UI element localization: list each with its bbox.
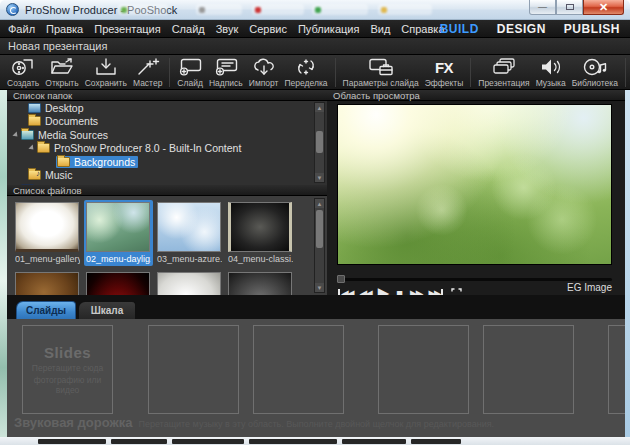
slides-placeholder-hint: фотографию или видео	[23, 375, 112, 395]
desktop-icon	[28, 103, 41, 113]
file-item[interactable]	[155, 270, 224, 295]
folder-tree-item-desktop[interactable]: Desktop	[7, 101, 327, 115]
expand-arrow-icon[interactable]	[28, 145, 35, 152]
menu-help[interactable]: Справка	[401, 23, 444, 35]
taskbar-button[interactable]	[342, 439, 406, 444]
mode-design[interactable]: DESIGN	[497, 22, 546, 36]
toolbar-button-label: Надпись	[209, 78, 243, 88]
workspace-modes: BUILD DESIGN PUBLISH	[440, 20, 620, 38]
mode-publish[interactable]: PUBLISH	[564, 22, 620, 36]
taskbar-button[interactable]	[111, 439, 167, 444]
file-thumbnail[interactable]	[157, 272, 221, 295]
file-thumbnail[interactable]	[86, 272, 150, 295]
file-item[interactable]: 04_menu-classi...	[226, 200, 295, 266]
file-thumbnail[interactable]	[15, 272, 79, 295]
folder-tree-item-music[interactable]: ♪ Music	[7, 169, 327, 183]
slide-slot-placeholder[interactable]	[148, 325, 239, 414]
folder-tree-item-proshow-content[interactable]: ProShow Producer 8.0 - Built-In Content	[7, 142, 327, 156]
toolbar-button-create[interactable]: Создать	[4, 56, 42, 89]
add-caption-icon	[214, 58, 238, 76]
minimize-button[interactable]: —	[529, 0, 556, 15]
taskbar-button[interactable]	[249, 439, 337, 444]
close-button[interactable]: ✕	[583, 0, 624, 15]
toolbar-button-music[interactable]: Музыка	[533, 56, 569, 89]
folder-tree-item-media-sources[interactable]: Media Sources	[7, 128, 327, 142]
expand-arrow-icon[interactable]	[12, 131, 19, 138]
toolbar-button-wizard[interactable]: Мастер	[130, 56, 165, 89]
audio-track-area[interactable]: Звуковая дорожка Перетащите музыку в эту…	[14, 415, 494, 430]
slide-slot-placeholder[interactable]: Slides Перетащите сюда фотографию или ви…	[22, 325, 113, 414]
title-bar[interactable]: ProShow Producer - PooShock — ✕	[0, 0, 630, 20]
toolbar-button-add-caption[interactable]: Надпись	[206, 56, 246, 89]
file-thumbnail[interactable]	[157, 202, 221, 252]
menu-tools[interactable]: Сервис	[249, 23, 287, 35]
tab-slides[interactable]: Слайды	[16, 301, 76, 319]
taskbar-button[interactable]	[172, 439, 244, 444]
menu-publish[interactable]: Публикация	[298, 23, 359, 35]
toolbar-button-save[interactable]: Сохранить	[82, 56, 130, 89]
preview-image	[337, 104, 612, 265]
app-icon	[6, 3, 19, 16]
file-item-selected[interactable]: 02_menu-daylig...	[84, 200, 153, 266]
toolbar-button-import[interactable]: Импорт	[246, 56, 282, 89]
scroll-down-icon[interactable]: ▼	[315, 173, 324, 182]
show-options-icon	[492, 58, 516, 76]
scroll-up-icon[interactable]: ▲	[315, 103, 324, 112]
file-name: 03_menu-azure....	[157, 254, 222, 264]
menu-audio[interactable]: Звук	[216, 23, 239, 35]
file-thumbnail[interactable]	[86, 202, 150, 252]
remake-icon	[294, 58, 318, 76]
toolbar-button-show-options[interactable]: Презентация	[475, 56, 532, 89]
file-thumbnail[interactable]	[15, 202, 79, 252]
toolbar-button-slide-options[interactable]: Параметры слайда	[340, 56, 422, 89]
music-icon	[539, 58, 563, 76]
slide-slot-placeholder[interactable]	[253, 325, 344, 414]
slide-slot-placeholder[interactable]	[483, 325, 574, 414]
toolbar-button-effects[interactable]: FX Эффекты	[422, 56, 467, 89]
menu-show[interactable]: Презентация	[94, 23, 160, 35]
preview-panel-header: Область просмотра	[327, 90, 625, 101]
file-list-scrollbar[interactable]: ▲ ▼	[314, 198, 325, 293]
menu-slide[interactable]: Слайд	[172, 23, 205, 35]
scrubber-handle[interactable]	[337, 275, 345, 283]
slide-list-area[interactable]: Slides Перетащите сюда фотографию или ви…	[0, 319, 630, 437]
folder-label: Media Sources	[38, 129, 108, 141]
preview-scrubber[interactable]	[337, 278, 612, 281]
menu-file[interactable]: Файл	[8, 23, 35, 35]
file-thumbnail[interactable]	[228, 272, 292, 295]
taskbar-button[interactable]	[411, 439, 461, 444]
toolbar-button-library[interactable]: Библиотека	[569, 56, 621, 89]
save-icon	[94, 58, 118, 76]
maximize-button[interactable]	[556, 0, 583, 15]
file-list[interactable]: 01_menu-gallery... 02_menu-daylig... 03_…	[7, 196, 327, 295]
scroll-up-icon[interactable]: ▲	[315, 199, 324, 208]
folder-tree[interactable]: Desktop Documents Media Sources ProShow …	[7, 101, 327, 185]
file-item[interactable]: 01_menu-gallery...	[13, 200, 82, 266]
tab-timeline[interactable]: Шкала	[78, 301, 136, 319]
taskbar-button[interactable]	[38, 439, 106, 444]
menu-view[interactable]: Вид	[370, 23, 390, 35]
folder-tree-item-documents[interactable]: Documents	[7, 115, 327, 129]
folder-tree-item-backgrounds[interactable]: Backgrounds	[7, 155, 327, 169]
toolbar-button-remake[interactable]: Переделка	[281, 56, 330, 89]
media-folder-icon	[21, 130, 34, 140]
file-item[interactable]	[84, 270, 153, 295]
slides-placeholder-hint: Перетащите сюда	[32, 363, 103, 373]
file-item[interactable]	[226, 270, 295, 295]
folder-tree-scrollbar[interactable]: ▲ ▼	[314, 102, 325, 183]
scroll-down-icon[interactable]: ▼	[315, 283, 324, 292]
scrollbar-thumb[interactable]	[316, 210, 323, 248]
background-window-tab	[196, 4, 242, 15]
slide-slot-placeholder[interactable]	[378, 325, 469, 414]
file-thumbnail[interactable]	[228, 202, 292, 252]
toolbar-separator	[335, 58, 336, 87]
audio-track-hint: Перетащите музыку в эту область. Выполни…	[138, 419, 494, 429]
toolbar-button-open[interactable]: Открыть	[42, 56, 81, 89]
toolbar-button-add-slide[interactable]: Слайд	[174, 56, 206, 89]
file-item[interactable]: 03_menu-azure....	[155, 200, 224, 266]
mode-build[interactable]: BUILD	[440, 22, 479, 36]
menu-edit[interactable]: Правка	[46, 23, 83, 35]
file-name: 02_menu-daylig...	[86, 254, 151, 264]
file-item[interactable]	[13, 270, 82, 295]
scrollbar-thumb[interactable]	[316, 131, 323, 153]
